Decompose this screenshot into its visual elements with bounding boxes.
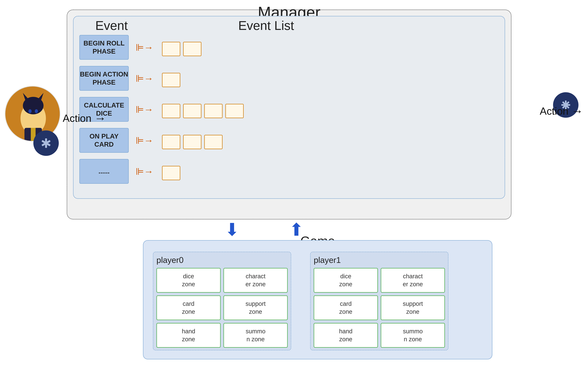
badge-left	[33, 130, 59, 156]
action-left-arrow: →	[94, 111, 106, 125]
card-4-1	[162, 135, 180, 149]
action-right: Action →	[540, 104, 583, 118]
event-list-area	[162, 37, 244, 185]
action-right-label: Action	[540, 105, 569, 117]
arrow-icon-4: ⊫→	[136, 135, 153, 146]
player1-hand-zone: handzone	[314, 323, 378, 348]
arrow-connector-4: ⊫→	[130, 128, 159, 153]
card-3-3	[204, 104, 222, 118]
player0-character-zone: character zone	[223, 268, 288, 293]
card-1-2	[183, 42, 202, 56]
event-row-4	[162, 130, 244, 154]
events-column: BEGIN ROLLPHASE BEGIN ACTIONPHASE CALCUL…	[79, 35, 129, 184]
arrows-column: ⊫→ ⊫→ ⊫→ ⊫→ ⊫→	[130, 35, 159, 184]
svg-point-6	[28, 109, 32, 113]
card-2-1	[162, 73, 180, 87]
player1-title: player1	[314, 255, 445, 265]
svg-point-7	[35, 109, 38, 113]
event-btn-begin-roll: BEGIN ROLLPHASE	[79, 35, 129, 60]
player0-title: player0	[157, 255, 288, 265]
player0-card-zone: cardzone	[157, 295, 221, 320]
event-row-1	[162, 37, 244, 61]
arrow-icon-1: ⊫→	[136, 42, 153, 53]
arrow-icon-5: ⊫→	[136, 166, 153, 177]
arrow-connector-2: ⊫→	[130, 66, 159, 91]
event-btn-begin-action: BEGIN ACTIONPHASE	[79, 66, 129, 91]
player1-dice-zone: dicezone	[314, 268, 378, 293]
action-right-arrow: →	[571, 104, 583, 118]
event-title: Event	[95, 18, 128, 33]
card-3-2	[183, 104, 202, 118]
svg-point-14	[44, 141, 48, 145]
player1-support-zone: supportzone	[381, 295, 445, 320]
player1-character-zone: character zone	[381, 268, 445, 293]
card-5-1	[162, 166, 180, 180]
card-3-4	[225, 104, 244, 118]
arrow-connector-3: ⊫→	[130, 97, 159, 122]
event-row-3	[162, 99, 244, 123]
event-btn-ellipsis: ......	[79, 159, 129, 184]
arrow-connector-5: ⊫→	[130, 159, 159, 184]
player0-zones-grid: dicezone character zone cardzone support…	[157, 268, 288, 348]
player0-support-zone: supportzone	[223, 295, 288, 320]
player1-box: player1 dicezone character zone cardzone…	[310, 252, 448, 350]
player1-zones-grid: dicezone character zone cardzone support…	[314, 268, 445, 348]
event-row-2	[162, 68, 244, 92]
player0-box: player0 dicezone character zone cardzone…	[153, 252, 291, 350]
event-btn-on-play-card: ON PLAYCARD	[79, 128, 129, 153]
arrow-icon-2: ⊫→	[136, 73, 153, 84]
player1-card-zone: cardzone	[314, 295, 378, 320]
event-list-title: Event List	[238, 18, 294, 33]
player0-summon-zone: summon zone	[223, 323, 288, 348]
player0-dice-zone: dicezone	[157, 268, 221, 293]
action-left-label: Action	[63, 112, 91, 124]
event-row-5	[162, 161, 244, 185]
arrow-connector-1: ⊫→	[130, 35, 159, 60]
player1-summon-zone: summon zone	[381, 323, 445, 348]
card-4-3	[204, 135, 222, 149]
card-3-1	[162, 104, 180, 118]
player0-hand-zone: handzone	[157, 323, 221, 348]
arrow-icon-3: ⊫→	[136, 104, 153, 115]
card-4-2	[183, 135, 202, 149]
game-section: player0 dicezone character zone cardzone…	[143, 240, 492, 359]
action-left: Action →	[63, 111, 106, 125]
card-1-1	[162, 42, 180, 56]
